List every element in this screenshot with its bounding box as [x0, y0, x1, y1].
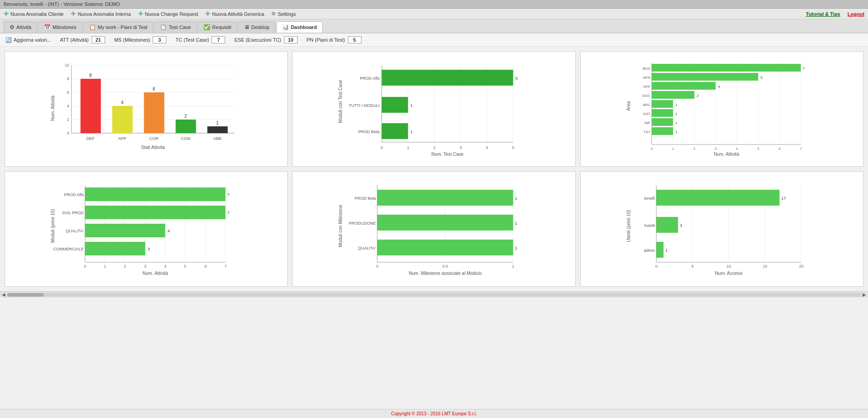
nuova-change-request-button[interactable]: ✛ Nuova Change Request: [138, 10, 198, 17]
svg-text:17: 17: [781, 196, 786, 201]
nuova-attivita-generica-button[interactable]: ✛ Nuova Attività Generica: [205, 10, 264, 17]
svg-text:Num. Accessi: Num. Accessi: [715, 271, 743, 276]
svg-text:1: 1: [512, 264, 514, 269]
bar-tutti: [382, 97, 408, 113]
svg-text:Utenti (primi 10): Utenti (primi 10): [626, 210, 631, 242]
nuova-anomalia-interna-button[interactable]: ✛ Nuova Anomalia Interna: [71, 10, 130, 17]
chart-moduli-milestone: Moduli con Milestone 0 0.5 1 1 PROD Beta…: [292, 171, 575, 287]
bar-prodalfa: [382, 70, 513, 86]
stat-ms: MS (Milestones) 3: [114, 36, 166, 43]
bar4-svilprod: [85, 206, 226, 219]
svg-text:4: 4: [164, 264, 166, 269]
requisiti-icon: ✅: [203, 24, 210, 30]
nuova-anomalia-interna-label: Nuova Anomalia Interna: [77, 11, 130, 17]
svg-text:10: 10: [726, 264, 731, 269]
svg-text:6: 6: [204, 264, 207, 269]
scroll-right-arrow[interactable]: ▶: [863, 292, 866, 297]
bar-abb: [207, 126, 228, 133]
svg-text:5: 5: [760, 76, 762, 80]
svg-text:BGS: BGS: [642, 67, 650, 71]
plus-icon: ✛: [138, 10, 143, 17]
stat-tc-value: 7: [212, 36, 225, 43]
svg-text:1: 1: [104, 264, 106, 269]
stat-pn-value: 5: [348, 36, 362, 43]
svg-text:1: 1: [216, 120, 219, 125]
svg-text:8: 8: [89, 73, 92, 78]
bar-inf: [651, 118, 673, 126]
svg-text:TUTTI I MODULI: TUTTI I MODULI: [349, 103, 380, 108]
attivita-icon: ⚙: [10, 24, 14, 30]
tutorial-link[interactable]: Tutorial & Tips: [806, 11, 840, 17]
svg-text:COR: COR: [149, 136, 159, 141]
svg-text:Moduli con Test Case: Moduli con Test Case: [338, 80, 343, 123]
settings-label: Settings: [278, 11, 296, 17]
svg-text:1: 1: [515, 221, 517, 226]
svg-text:2: 2: [693, 147, 695, 151]
svg-text:5: 5: [512, 145, 514, 150]
bar6-lusetti: [656, 217, 678, 233]
svg-text:3: 3: [714, 147, 717, 151]
tab-requisiti[interactable]: ✅ Requisiti: [198, 21, 237, 33]
svg-text:0.5: 0.5: [443, 264, 448, 269]
bar-doc: [651, 91, 694, 99]
svg-text:OFF: OFF: [643, 85, 650, 89]
svg-text:3: 3: [459, 145, 462, 150]
nuova-anomalia-cliente-button[interactable]: ✛ Nuova Anomalia Cliente: [4, 10, 63, 17]
tab-attivita[interactable]: ⚙ Attività: [4, 21, 37, 33]
svg-text:Stati Attività: Stati Attività: [141, 145, 165, 150]
stat-att-label: ATT (Attività): [60, 37, 89, 43]
chart-moduli: Moduli (primi 10) 0 1 2 3 4 5 6 7 7: [5, 171, 288, 287]
nuova-change-request-label: Nuova Change Request: [145, 11, 198, 17]
svg-text:tonelli: tonelli: [644, 196, 655, 201]
svg-text:3: 3: [148, 247, 150, 251]
tab-desktop[interactable]: 🖥 Desktop: [238, 21, 275, 33]
nuova-anomalia-cliente-label: Nuova Anomalia Cliente: [10, 11, 63, 17]
svg-text:0: 0: [84, 264, 86, 269]
svg-text:1: 1: [672, 147, 674, 151]
svg-text:Moduli con Milestone: Moduli con Milestone: [338, 205, 343, 247]
bar4-commerciale: [85, 242, 145, 255]
bar-bgs: [651, 64, 800, 72]
settings-button[interactable]: ⚙ Settings: [271, 11, 296, 17]
menu-bar: ✛ Nuova Anomalia Cliente ✛ Nuova Anomali…: [0, 9, 868, 19]
dashboard-icon: 📊: [282, 24, 289, 30]
svg-text:1: 1: [675, 103, 677, 107]
svg-text:6: 6: [153, 86, 155, 91]
svg-text:1: 1: [675, 112, 677, 116]
stat-ese-value: 10: [284, 36, 298, 43]
refresh-icon: 🔄: [5, 37, 12, 43]
bar-gst: [651, 109, 673, 117]
svg-text:8: 8: [67, 77, 69, 81]
svg-text:TST: TST: [643, 130, 650, 134]
svg-text:NFN: NFN: [643, 76, 651, 80]
tab-dashboard[interactable]: 📊 Dashboard: [276, 21, 323, 33]
tab-mywork[interactable]: 📋 My work - Piani di Test: [83, 21, 154, 33]
charts-area: Num. Attività 10 8 6 4 2 0 8 DEF: [0, 47, 868, 291]
svg-text:DEF: DEF: [87, 136, 95, 141]
refresh-button[interactable]: 🔄 Aggiorna valori...: [5, 37, 51, 43]
chart2-svg: Moduli con Test Case 0 1 2 3 4 5 5 PROD: [297, 56, 570, 160]
svg-text:1: 1: [515, 196, 517, 201]
svg-text:4: 4: [736, 147, 738, 151]
tab-milestones[interactable]: 📅 Milestones: [38, 21, 82, 33]
svg-text:4: 4: [67, 104, 69, 108]
svg-text:GST: GST: [643, 112, 651, 116]
stat-tc-label: TC (Test Case): [175, 37, 209, 43]
scroll-left-arrow[interactable]: ◀: [2, 292, 5, 297]
title-text: Benvenuto, tonelli - (INT) - Versione Si…: [4, 1, 120, 7]
tab-testcase[interactable]: 📋 Test Case: [154, 21, 197, 33]
stat-att-value: 21: [92, 36, 105, 43]
svg-text:Num. Test Case: Num. Test Case: [432, 152, 464, 157]
bar4-qualita: [85, 224, 165, 237]
svg-text:Num. Attività: Num. Attività: [50, 96, 55, 121]
stat-att: ATT (Attività) 21: [60, 36, 105, 43]
bar-prodbeta: [382, 123, 408, 139]
logout-link[interactable]: Logout: [848, 11, 864, 17]
svg-text:0: 0: [376, 264, 378, 269]
stat-ms-label: MS (Milestones): [114, 37, 150, 43]
svg-text:2: 2: [696, 94, 699, 98]
svg-text:2: 2: [433, 145, 435, 150]
title-bar: Benvenuto, tonelli - (INT) - Versione Si…: [0, 0, 868, 9]
stat-ese-label: ESE (Esecuzioni TC): [234, 37, 281, 43]
svg-text:INF: INF: [644, 121, 650, 125]
